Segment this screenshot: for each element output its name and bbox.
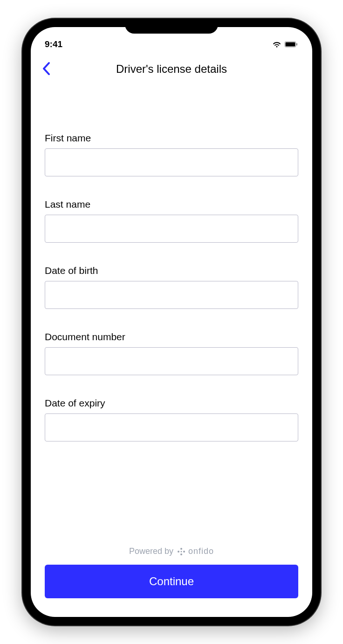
- expiry-input[interactable]: [45, 413, 298, 441]
- battery-icon: [284, 41, 298, 48]
- phone-notch: [125, 19, 218, 34]
- svg-point-3: [180, 548, 182, 550]
- form-group-expiry: Date of expiry: [45, 398, 298, 441]
- form-group-document-number: Document number: [45, 331, 298, 375]
- document-number-label: Document number: [45, 331, 298, 343]
- nav-bar: Driver's license details: [31, 53, 312, 81]
- form-group-last-name: Last name: [45, 199, 298, 243]
- page-title: Driver's license details: [116, 63, 227, 76]
- form-group-first-name: First name: [45, 133, 298, 176]
- chevron-left-icon: [42, 70, 50, 77]
- footer: Powered by onfido Continue: [31, 546, 312, 617]
- dob-input[interactable]: [45, 281, 298, 309]
- powered-by: Powered by onfido: [45, 546, 298, 556]
- svg-point-6: [178, 551, 179, 553]
- status-indicators: [272, 41, 298, 48]
- dob-label: Date of birth: [45, 265, 298, 276]
- back-button[interactable]: [40, 60, 52, 79]
- last-name-label: Last name: [45, 199, 298, 210]
- phone-frame: 9:41: [22, 19, 321, 625]
- brand-name: onfido: [188, 546, 214, 556]
- form-group-dob: Date of birth: [45, 265, 298, 309]
- form-content: First name Last name Date of birth Docum…: [31, 81, 312, 546]
- document-number-input[interactable]: [45, 347, 298, 375]
- first-name-input[interactable]: [45, 148, 298, 176]
- expiry-label: Date of expiry: [45, 398, 298, 409]
- continue-button[interactable]: Continue: [45, 565, 298, 598]
- status-time: 9:41: [45, 39, 62, 49]
- onfido-icon: [177, 547, 185, 556]
- powered-by-text: Powered by: [129, 546, 173, 556]
- onfido-logo: onfido: [177, 546, 214, 556]
- last-name-input[interactable]: [45, 215, 298, 243]
- svg-point-4: [183, 551, 185, 553]
- svg-rect-2: [296, 43, 297, 46]
- wifi-icon: [272, 41, 281, 48]
- svg-rect-1: [286, 42, 295, 47]
- svg-point-5: [180, 553, 182, 555]
- phone-screen: 9:41: [31, 27, 312, 617]
- first-name-label: First name: [45, 133, 298, 144]
- svg-point-7: [181, 551, 182, 552]
